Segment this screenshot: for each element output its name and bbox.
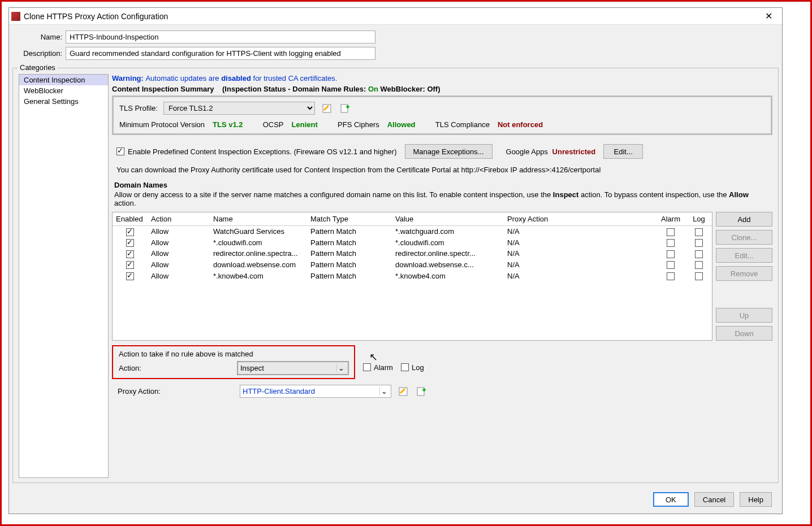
checkbox-icon[interactable] [126,272,134,280]
checkbox-icon[interactable] [126,250,134,258]
default-action-heading: Action to take if no rule above is match… [119,350,348,358]
edit-icon[interactable] [397,385,409,398]
edit-google-button[interactable]: Edit... [603,144,643,159]
name-input[interactable] [66,31,375,44]
col-enabled[interactable]: Enabled [113,212,148,226]
checkbox-icon[interactable] [667,272,675,280]
google-apps-label: Google Apps [506,147,548,156]
checkbox-icon[interactable] [695,239,703,247]
pfs-label: PFS Ciphers [338,120,379,129]
dialog-footer: OK Cancel Help [9,486,782,514]
top-form: Name: Description: [9,25,782,68]
table-row[interactable]: Allowredirector.online.spectra...Pattern… [113,248,712,259]
exceptions-row: Enable Predefined Content Inspection Exc… [116,144,772,159]
tls-compliance-value: Not enforced [498,120,543,129]
proxy-action-select[interactable]: HTTP-Client.Standard ⌄ [240,385,391,398]
tls-profile-select[interactable]: Force TLS1.2 [163,102,315,115]
checkbox-icon[interactable] [667,239,675,247]
default-action-select[interactable]: Inspect ⌄ [237,362,348,375]
checkbox-icon [401,363,409,371]
chevron-down-icon: ⌄ [379,387,388,395]
warning-prefix: Warning: [112,74,145,82]
min-proto-label: Minimum Protocol Version [119,120,205,129]
checkbox-icon[interactable] [667,261,675,269]
add-icon[interactable] [339,102,351,115]
checkbox-icon [363,363,371,371]
table-row[interactable]: AllowWatchGuard ServicesPattern Match*.w… [113,226,712,237]
default-action-label: Action: [119,364,232,372]
cancel-button[interactable]: Cancel [694,492,734,507]
description-input[interactable] [66,47,375,60]
col-log[interactable]: Log [686,212,712,226]
proxy-action-label: Proxy Action: [118,387,234,395]
category-item[interactable]: General Settings [19,96,108,107]
titlebar: Clone HTTPS Proxy Action Configuration ✕ [9,8,782,25]
chevron-down-icon: ⌄ [336,364,345,372]
clone-button[interactable]: Clone... [716,230,772,245]
up-button[interactable]: Up [716,308,772,323]
down-button[interactable]: Down [716,326,772,341]
min-proto-value: TLS v1.2 [213,120,243,129]
checkbox-icon[interactable] [667,250,675,258]
app-icon [11,12,20,21]
add-button[interactable]: Add [716,212,772,227]
col-name[interactable]: Name [210,212,307,226]
checkbox-icon[interactable] [126,261,134,269]
categories-legend: Categories [18,63,58,72]
checkbox-icon[interactable] [695,261,703,269]
table-row[interactable]: Allow*.cloudwifi.comPattern Match*.cloud… [113,237,712,249]
enable-exceptions-checkbox[interactable]: Enable Predefined Content Inspection Exc… [116,147,397,156]
edit-button[interactable]: Edit... [716,248,772,263]
summary-line: Content Inspection Summary (Inspection S… [112,85,772,93]
table-row[interactable]: Allowdownload.websense.comPattern Matchd… [113,259,712,271]
checkbox-icon [116,147,124,155]
tls-profile-label: TLS Profile: [119,104,158,112]
main-panel: Warning: Automatic updates are disabled … [112,74,772,478]
domain-names-desc: Allow or deny access to a site if the se… [114,190,770,207]
dialog-window: Clone HTTPS Proxy Action Configuration ✕… [8,7,783,514]
default-alarm-checkbox[interactable]: Alarm [363,363,393,372]
default-log-checkbox[interactable]: Log [401,363,424,372]
warning-line: Warning: Automatic updates are disabled … [112,74,772,82]
col-value[interactable]: Value [392,212,504,226]
col-action[interactable]: Action [148,212,210,226]
checkbox-icon[interactable] [695,250,703,258]
add-icon[interactable] [415,385,427,398]
categories-frame: Categories Content InspectionWebBlockerG… [12,68,779,483]
pfs-value: Allowed [387,120,416,129]
checkbox-icon[interactable] [126,228,134,236]
help-button[interactable]: Help [740,492,772,507]
close-icon[interactable]: ✕ [757,11,780,21]
table-row[interactable]: Allow*.knowbe4.comPattern Match*.knowbe4… [113,270,712,281]
manage-exceptions-button[interactable]: Manage Exceptions... [405,144,493,159]
window-title: Clone HTTPS Proxy Action Configuration [24,12,168,21]
domain-table-area: Enabled Action Name Match Type Value Pro… [112,212,772,341]
checkbox-icon[interactable] [126,239,134,247]
ocsp-value: Lenient [292,120,318,129]
cert-portal-info: You can download the Proxy Authority cer… [116,166,772,174]
ocsp-label: OCSP [263,120,284,129]
default-action-box: Action to take if no rule above is match… [112,345,355,379]
col-match[interactable]: Match Type [307,212,392,226]
domain-table[interactable]: Enabled Action Name Match Type Value Pro… [112,212,712,341]
categories-list[interactable]: Content InspectionWebBlockerGeneral Sett… [19,74,109,478]
google-apps-value: Unrestricted [552,147,596,156]
checkbox-icon[interactable] [695,228,703,236]
checkbox-icon[interactable] [695,272,703,280]
name-label: Name: [17,33,66,41]
checkbox-icon[interactable] [667,228,675,236]
remove-button[interactable]: Remove [716,266,772,281]
tls-compliance-label: TLS Compliance [435,120,490,129]
ok-button[interactable]: OK [653,492,689,507]
warning-link[interactable]: Automatic updates are disabled for trust… [145,74,337,82]
category-item[interactable]: Content Inspection [19,75,108,85]
tls-summary-box: TLS Profile: Force TLS1.2 Minimum Protoc… [112,95,772,135]
table-side-buttons: Add Clone... Edit... Remove Up Down [716,212,772,341]
category-item[interactable]: WebBlocker [19,85,108,96]
description-label: Description: [17,49,66,58]
col-alarm[interactable]: Alarm [655,212,686,226]
svg-rect-3 [417,388,424,395]
col-proxy[interactable]: Proxy Action [504,212,655,226]
edit-icon[interactable] [321,102,333,115]
domain-names-heading: Domain Names [114,181,772,189]
